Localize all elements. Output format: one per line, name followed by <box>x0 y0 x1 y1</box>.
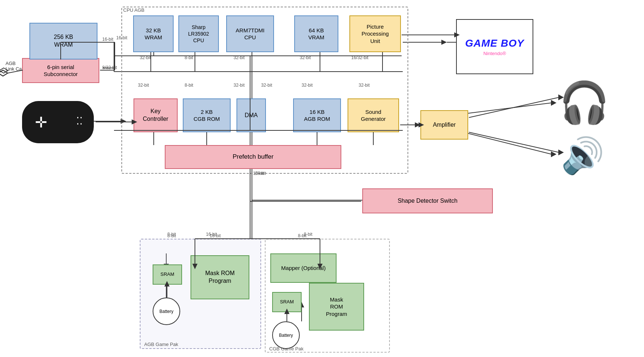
serial-subconnector-box: 6-pin serialSubconnector <box>22 58 99 83</box>
bit-label-16: 16-bit <box>102 37 113 42</box>
controller-icon: ✛ ⁚⁚ <box>22 101 94 143</box>
bit-label-8-32: 8/32-bit <box>102 65 117 70</box>
bit-32-8: 32-bit <box>359 83 370 88</box>
bit-8-pak1: 8-bit <box>167 233 176 238</box>
cpu-agb-label: CPU AGB <box>123 7 145 13</box>
headphone-icon: 🎧 <box>559 79 609 126</box>
bit-32-2: 32-bit <box>234 55 245 60</box>
svg-marker-27 <box>551 151 556 157</box>
sram-1-box: SRAM <box>153 264 182 285</box>
svg-line-48 <box>469 97 559 118</box>
bit-8-pak2: 8-bit <box>298 233 306 238</box>
bit-32-3: 32-bit <box>300 55 311 60</box>
svg-line-26 <box>463 132 552 154</box>
speaker-icon: 🔊 <box>561 135 605 176</box>
shape-detector-box: Shape Detector Switch <box>362 188 493 213</box>
svg-line-50 <box>469 132 559 152</box>
amplifier-box: Amplifier <box>420 110 468 140</box>
bit-16-pak1: 16-bit <box>210 233 221 238</box>
bit-32-7: 32-bit <box>302 83 313 88</box>
bit-32-5: 32-bit <box>234 83 245 88</box>
cgb-rom-box: 2 KBCGB ROM <box>183 98 231 132</box>
svg-marker-25 <box>551 100 556 106</box>
bit-8-2: 8-bit <box>185 83 193 88</box>
bit-32-6: 32-bit <box>261 83 272 88</box>
bit-32-4: 32-bit <box>138 83 149 88</box>
key-controller-box: KeyController <box>134 98 178 132</box>
mask-rom-1-box: Mask ROMProgram <box>191 255 249 299</box>
sound-generator-box: SoundGenerator <box>348 98 399 132</box>
nintendo-label: Nintendo® <box>483 51 506 56</box>
ppu-box: PictureProcessingUnit <box>349 15 401 52</box>
bit-8-1: 8-bit <box>185 55 193 60</box>
dma-box: DMA <box>236 98 266 132</box>
battery-1-circle: Battery <box>153 298 180 325</box>
svg-line-24 <box>463 103 552 114</box>
wram-256-box: 256 KBWRAM <box>29 23 97 60</box>
prefetch-buffer-box: Prefetch buffer <box>165 145 341 169</box>
sharp-cpu-box: SharpLR35902CPU <box>178 15 219 52</box>
arm7-cpu-box: ARM7TDMICPU <box>226 15 274 52</box>
gameboy-display-box: GAME BOY Nintendo® <box>456 19 533 74</box>
wram-32-box: 32 KBWRAM <box>133 15 174 52</box>
svg-marker-23 <box>415 122 420 127</box>
agb-game-pak-label: AGB Game Pak <box>144 342 178 347</box>
bit-16-32: 16/32-bit <box>351 55 369 60</box>
bit-32-1: 32-bit <box>140 55 151 60</box>
bit-16-2: 16-bit <box>255 171 266 176</box>
battery-2-circle: Battery <box>272 321 300 349</box>
sram-2-box: SRAM <box>272 292 302 312</box>
agb-rom-box: 16 KBAGB ROM <box>293 98 341 132</box>
mapper-box: Mapper (Optional) <box>270 253 337 283</box>
gameboy-title: GAME BOY <box>465 37 524 49</box>
mask-rom-2-box: MaskROMProgram <box>309 283 364 331</box>
svg-marker-10 <box>441 40 447 45</box>
vram-64-box: 64 KBVRAM <box>294 15 338 52</box>
